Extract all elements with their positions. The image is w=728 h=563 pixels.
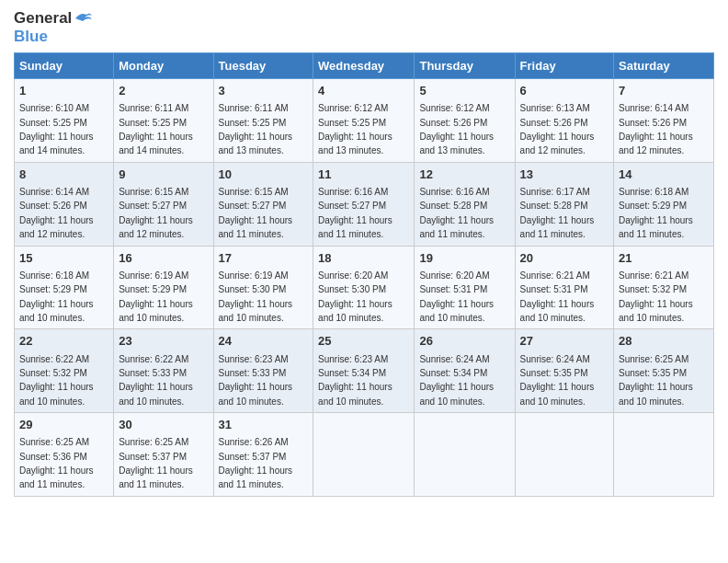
calendar-cell	[313, 413, 415, 497]
sunrise-info: Sunrise: 6:20 AMSunset: 5:31 PMDaylight:…	[419, 270, 494, 323]
calendar-cell: 1Sunrise: 6:10 AMSunset: 5:25 PMDaylight…	[15, 79, 114, 163]
calendar-cell: 23Sunrise: 6:22 AMSunset: 5:33 PMDayligh…	[114, 329, 213, 413]
day-number: 14	[619, 167, 709, 183]
day-number: 19	[419, 250, 509, 267]
calendar-cell: 4Sunrise: 6:12 AMSunset: 5:25 PMDaylight…	[313, 79, 415, 163]
calendar-cell: 12Sunrise: 6:16 AMSunset: 5:28 PMDayligh…	[415, 162, 515, 246]
day-number: 7	[619, 83, 709, 99]
sunrise-info: Sunrise: 6:24 AMSunset: 5:35 PMDaylight:…	[520, 354, 595, 407]
logo-blue: Blue	[14, 28, 48, 46]
sunrise-info: Sunrise: 6:14 AMSunset: 5:26 PMDaylight:…	[19, 187, 94, 239]
calendar-cell: 19Sunrise: 6:20 AMSunset: 5:31 PMDayligh…	[415, 246, 515, 329]
logo-general: General	[14, 9, 72, 28]
day-number: 9	[119, 167, 208, 183]
calendar-week-row: 29Sunrise: 6:25 AMSunset: 5:36 PMDayligh…	[15, 413, 714, 497]
sunrise-info: Sunrise: 6:16 AMSunset: 5:28 PMDaylight:…	[419, 187, 494, 239]
sunrise-info: Sunrise: 6:14 AMSunset: 5:26 PMDaylight:…	[619, 103, 693, 155]
day-number: 24	[219, 333, 309, 350]
calendar-cell: 8Sunrise: 6:14 AMSunset: 5:26 PMDaylight…	[15, 162, 114, 246]
calendar-cell: 27Sunrise: 6:24 AMSunset: 5:35 PMDayligh…	[515, 329, 613, 413]
calendar-cell: 15Sunrise: 6:18 AMSunset: 5:29 PMDayligh…	[15, 246, 114, 329]
weekday-header: Tuesday	[213, 53, 313, 79]
sunrise-info: Sunrise: 6:17 AMSunset: 5:28 PMDaylight:…	[520, 187, 595, 239]
calendar-cell: 30Sunrise: 6:25 AMSunset: 5:37 PMDayligh…	[114, 413, 213, 497]
weekday-header: Sunday	[15, 53, 114, 79]
day-number: 21	[619, 250, 709, 267]
calendar-cell: 21Sunrise: 6:21 AMSunset: 5:32 PMDayligh…	[614, 246, 714, 329]
logo-text: General Blue	[14, 9, 94, 45]
calendar-week-row: 8Sunrise: 6:14 AMSunset: 5:26 PMDaylight…	[15, 162, 714, 246]
day-number: 28	[619, 333, 709, 350]
sunrise-info: Sunrise: 6:11 AMSunset: 5:25 PMDaylight:…	[119, 103, 193, 155]
day-number: 25	[318, 333, 409, 350]
calendar-cell: 26Sunrise: 6:24 AMSunset: 5:34 PMDayligh…	[415, 329, 515, 413]
day-number: 4	[318, 83, 409, 99]
day-number: 23	[119, 333, 208, 350]
day-number: 30	[119, 417, 208, 433]
day-number: 12	[419, 167, 509, 183]
calendar-cell: 18Sunrise: 6:20 AMSunset: 5:30 PMDayligh…	[313, 246, 415, 329]
day-number: 22	[19, 333, 108, 350]
calendar-cell: 20Sunrise: 6:21 AMSunset: 5:31 PMDayligh…	[515, 246, 613, 329]
sunrise-info: Sunrise: 6:24 AMSunset: 5:34 PMDaylight:…	[419, 354, 494, 407]
calendar-cell: 24Sunrise: 6:23 AMSunset: 5:33 PMDayligh…	[213, 329, 313, 413]
sunrise-info: Sunrise: 6:22 AMSunset: 5:33 PMDaylight:…	[119, 354, 193, 407]
sunrise-info: Sunrise: 6:23 AMSunset: 5:33 PMDaylight:…	[219, 354, 293, 407]
sunrise-info: Sunrise: 6:23 AMSunset: 5:34 PMDaylight:…	[318, 354, 392, 407]
sunrise-info: Sunrise: 6:25 AMSunset: 5:35 PMDaylight:…	[619, 354, 693, 407]
calendar-cell	[614, 413, 714, 497]
sunrise-info: Sunrise: 6:21 AMSunset: 5:31 PMDaylight:…	[520, 270, 595, 323]
weekday-header: Wednesday	[313, 53, 415, 79]
sunrise-info: Sunrise: 6:19 AMSunset: 5:30 PMDaylight:…	[219, 270, 293, 323]
calendar-cell: 5Sunrise: 6:12 AMSunset: 5:26 PMDaylight…	[415, 79, 515, 163]
sunrise-info: Sunrise: 6:10 AMSunset: 5:25 PMDaylight:…	[19, 103, 94, 155]
sunrise-info: Sunrise: 6:25 AMSunset: 5:37 PMDaylight:…	[119, 437, 193, 489]
calendar-cell: 2Sunrise: 6:11 AMSunset: 5:25 PMDaylight…	[114, 79, 213, 163]
calendar-cell: 17Sunrise: 6:19 AMSunset: 5:30 PMDayligh…	[213, 246, 313, 329]
sunrise-info: Sunrise: 6:20 AMSunset: 5:30 PMDaylight:…	[318, 270, 392, 323]
sunrise-info: Sunrise: 6:25 AMSunset: 5:36 PMDaylight:…	[19, 437, 94, 489]
calendar-cell: 11Sunrise: 6:16 AMSunset: 5:27 PMDayligh…	[313, 162, 415, 246]
logo-bird-icon	[74, 10, 94, 27]
day-number: 27	[520, 333, 609, 350]
sunrise-info: Sunrise: 6:16 AMSunset: 5:27 PMDaylight:…	[318, 187, 392, 239]
calendar-cell: 22Sunrise: 6:22 AMSunset: 5:32 PMDayligh…	[15, 329, 114, 413]
sunrise-info: Sunrise: 6:18 AMSunset: 5:29 PMDaylight:…	[19, 270, 94, 323]
day-number: 11	[318, 167, 409, 183]
day-number: 8	[19, 167, 108, 183]
day-number: 16	[119, 250, 208, 267]
day-number: 26	[419, 333, 509, 350]
weekday-header: Saturday	[614, 53, 714, 79]
day-number: 2	[119, 83, 208, 99]
day-number: 29	[19, 417, 108, 433]
calendar-cell	[415, 413, 515, 497]
sunrise-info: Sunrise: 6:15 AMSunset: 5:27 PMDaylight:…	[219, 187, 293, 239]
sunrise-info: Sunrise: 6:19 AMSunset: 5:29 PMDaylight:…	[119, 270, 193, 323]
calendar-cell: 31Sunrise: 6:26 AMSunset: 5:37 PMDayligh…	[213, 413, 313, 497]
calendar-cell	[515, 413, 613, 497]
calendar-cell: 9Sunrise: 6:15 AMSunset: 5:27 PMDaylight…	[114, 162, 213, 246]
calendar-cell: 10Sunrise: 6:15 AMSunset: 5:27 PMDayligh…	[213, 162, 313, 246]
day-number: 18	[318, 250, 409, 267]
day-number: 5	[419, 83, 509, 99]
sunrise-info: Sunrise: 6:11 AMSunset: 5:25 PMDaylight:…	[219, 103, 293, 155]
weekday-header: Friday	[515, 53, 613, 79]
weekday-header-row: SundayMondayTuesdayWednesdayThursdayFrid…	[15, 53, 714, 79]
calendar-week-row: 22Sunrise: 6:22 AMSunset: 5:32 PMDayligh…	[15, 329, 714, 413]
calendar-table: SundayMondayTuesdayWednesdayThursdayFrid…	[14, 52, 714, 497]
logo: General Blue	[14, 9, 94, 45]
weekday-header: Monday	[114, 53, 213, 79]
sunrise-info: Sunrise: 6:22 AMSunset: 5:32 PMDaylight:…	[19, 354, 94, 407]
day-number: 10	[219, 167, 309, 183]
day-number: 20	[520, 250, 609, 267]
sunrise-info: Sunrise: 6:12 AMSunset: 5:25 PMDaylight:…	[318, 103, 392, 155]
calendar-week-row: 1Sunrise: 6:10 AMSunset: 5:25 PMDaylight…	[15, 79, 714, 163]
calendar-week-row: 15Sunrise: 6:18 AMSunset: 5:29 PMDayligh…	[15, 246, 714, 329]
calendar-cell: 14Sunrise: 6:18 AMSunset: 5:29 PMDayligh…	[614, 162, 714, 246]
day-number: 31	[219, 417, 309, 433]
sunrise-info: Sunrise: 6:21 AMSunset: 5:32 PMDaylight:…	[619, 270, 693, 323]
sunrise-info: Sunrise: 6:18 AMSunset: 5:29 PMDaylight:…	[619, 187, 693, 239]
sunrise-info: Sunrise: 6:12 AMSunset: 5:26 PMDaylight:…	[419, 103, 494, 155]
sunrise-info: Sunrise: 6:26 AMSunset: 5:37 PMDaylight:…	[219, 437, 293, 489]
day-number: 3	[219, 83, 309, 99]
